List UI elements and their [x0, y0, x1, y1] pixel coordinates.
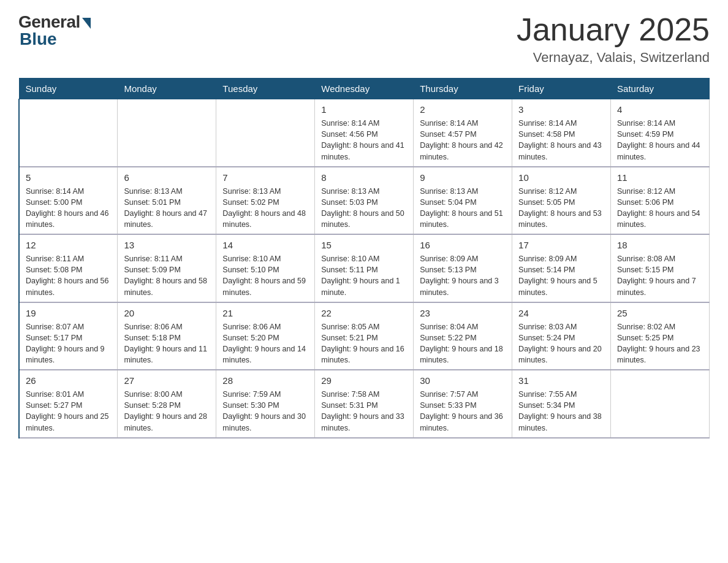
day-number: 8	[321, 171, 407, 184]
day-number: 20	[124, 307, 210, 320]
calendar-cell: 29Sunrise: 7:58 AM Sunset: 5:31 PM Dayli…	[315, 370, 414, 438]
calendar-cell: 9Sunrise: 8:13 AM Sunset: 5:04 PM Daylig…	[414, 167, 512, 235]
calendar-cell: 15Sunrise: 8:10 AM Sunset: 5:11 PM Dayli…	[315, 234, 414, 302]
day-info: Sunrise: 8:13 AM Sunset: 5:04 PM Dayligh…	[420, 186, 506, 231]
day-info: Sunrise: 8:10 AM Sunset: 5:11 PM Dayligh…	[321, 253, 407, 298]
day-info: Sunrise: 8:12 AM Sunset: 5:06 PM Dayligh…	[617, 186, 703, 231]
calendar-cell: 20Sunrise: 8:06 AM Sunset: 5:18 PM Dayli…	[118, 302, 216, 370]
day-info: Sunrise: 8:11 AM Sunset: 5:09 PM Dayligh…	[124, 253, 210, 298]
calendar-cell: 25Sunrise: 8:02 AM Sunset: 5:25 PM Dayli…	[611, 302, 710, 370]
calendar-cell: 11Sunrise: 8:12 AM Sunset: 5:06 PM Dayli…	[611, 167, 710, 235]
day-info: Sunrise: 8:09 AM Sunset: 5:14 PM Dayligh…	[518, 253, 604, 298]
day-info: Sunrise: 8:10 AM Sunset: 5:10 PM Dayligh…	[222, 253, 308, 298]
day-number: 14	[222, 239, 308, 251]
calendar-cell: 17Sunrise: 8:09 AM Sunset: 5:14 PM Dayli…	[512, 234, 611, 302]
main-title: January 2025	[517, 12, 710, 47]
day-number: 30	[420, 374, 506, 387]
day-info: Sunrise: 8:04 AM Sunset: 5:22 PM Dayligh…	[420, 321, 506, 366]
day-info: Sunrise: 7:58 AM Sunset: 5:31 PM Dayligh…	[321, 389, 407, 434]
day-info: Sunrise: 8:03 AM Sunset: 5:24 PM Dayligh…	[518, 321, 604, 366]
calendar-cell: 30Sunrise: 7:57 AM Sunset: 5:33 PM Dayli…	[414, 370, 512, 438]
day-info: Sunrise: 8:06 AM Sunset: 5:20 PM Dayligh…	[222, 321, 308, 366]
day-number: 23	[420, 307, 506, 320]
calendar-cell: 12Sunrise: 8:11 AM Sunset: 5:08 PM Dayli…	[19, 234, 118, 302]
calendar-cell: 10Sunrise: 8:12 AM Sunset: 5:05 PM Dayli…	[512, 167, 611, 235]
calendar-cell: 7Sunrise: 8:13 AM Sunset: 5:02 PM Daylig…	[216, 167, 315, 235]
day-info: Sunrise: 7:57 AM Sunset: 5:33 PM Dayligh…	[420, 389, 506, 434]
calendar-cell: 28Sunrise: 7:59 AM Sunset: 5:30 PM Dayli…	[216, 370, 315, 438]
day-info: Sunrise: 8:13 AM Sunset: 5:02 PM Dayligh…	[222, 186, 308, 231]
day-number: 2	[420, 103, 506, 116]
title-block: January 2025 Vernayaz, Valais, Switzerla…	[517, 12, 710, 66]
day-info: Sunrise: 8:01 AM Sunset: 5:27 PM Dayligh…	[26, 389, 111, 434]
day-number: 22	[321, 307, 407, 320]
day-of-week-header: Sunday	[19, 79, 118, 99]
day-number: 21	[222, 307, 308, 320]
calendar-cell: 1Sunrise: 8:14 AM Sunset: 4:56 PM Daylig…	[315, 99, 414, 167]
day-number: 11	[617, 171, 703, 184]
day-number: 31	[518, 374, 604, 387]
calendar-cell	[611, 370, 710, 438]
day-info: Sunrise: 8:02 AM Sunset: 5:25 PM Dayligh…	[617, 321, 703, 366]
day-of-week-header: Monday	[118, 79, 216, 99]
day-number: 4	[617, 103, 703, 116]
calendar-cell: 27Sunrise: 8:00 AM Sunset: 5:28 PM Dayli…	[118, 370, 216, 438]
day-of-week-header: Friday	[512, 79, 611, 99]
day-number: 17	[518, 239, 604, 251]
day-number: 13	[124, 239, 210, 251]
day-info: Sunrise: 8:14 AM Sunset: 5:00 PM Dayligh…	[26, 186, 111, 231]
day-info: Sunrise: 8:00 AM Sunset: 5:28 PM Dayligh…	[124, 389, 210, 434]
day-number: 29	[321, 374, 407, 387]
day-info: Sunrise: 8:12 AM Sunset: 5:05 PM Dayligh…	[518, 186, 604, 231]
calendar-cell: 19Sunrise: 8:07 AM Sunset: 5:17 PM Dayli…	[19, 302, 118, 370]
logo: General Blue	[18, 12, 91, 49]
calendar-cell	[216, 99, 315, 167]
calendar-cell: 2Sunrise: 8:14 AM Sunset: 4:57 PM Daylig…	[414, 99, 512, 167]
day-number: 28	[222, 374, 308, 387]
calendar-week-row: 1Sunrise: 8:14 AM Sunset: 4:56 PM Daylig…	[19, 99, 710, 167]
calendar-cell	[19, 99, 118, 167]
calendar-table: SundayMondayTuesdayWednesdayThursdayFrid…	[18, 78, 710, 439]
calendar-cell: 13Sunrise: 8:11 AM Sunset: 5:09 PM Dayli…	[118, 234, 216, 302]
day-number: 24	[518, 307, 604, 320]
day-number: 27	[124, 374, 210, 387]
day-of-week-header: Tuesday	[216, 79, 315, 99]
day-number: 15	[321, 239, 407, 251]
day-info: Sunrise: 8:08 AM Sunset: 5:15 PM Dayligh…	[617, 253, 703, 298]
day-number: 10	[518, 171, 604, 184]
day-number: 26	[26, 374, 111, 387]
calendar-cell: 23Sunrise: 8:04 AM Sunset: 5:22 PM Dayli…	[414, 302, 512, 370]
calendar-cell: 4Sunrise: 8:14 AM Sunset: 4:59 PM Daylig…	[611, 99, 710, 167]
calendar-cell: 31Sunrise: 7:55 AM Sunset: 5:34 PM Dayli…	[512, 370, 611, 438]
day-info: Sunrise: 8:13 AM Sunset: 5:01 PM Dayligh…	[124, 186, 210, 231]
calendar-week-row: 19Sunrise: 8:07 AM Sunset: 5:17 PM Dayli…	[19, 302, 710, 370]
day-info: Sunrise: 8:14 AM Sunset: 4:57 PM Dayligh…	[420, 118, 506, 163]
day-number: 1	[321, 103, 407, 116]
day-number: 7	[222, 171, 308, 184]
day-info: Sunrise: 8:14 AM Sunset: 4:59 PM Dayligh…	[617, 118, 703, 163]
calendar-cell: 26Sunrise: 8:01 AM Sunset: 5:27 PM Dayli…	[19, 370, 118, 438]
day-number: 18	[617, 239, 703, 251]
calendar-cell: 6Sunrise: 8:13 AM Sunset: 5:01 PM Daylig…	[118, 167, 216, 235]
calendar-week-row: 26Sunrise: 8:01 AM Sunset: 5:27 PM Dayli…	[19, 370, 710, 438]
day-info: Sunrise: 8:09 AM Sunset: 5:13 PM Dayligh…	[420, 253, 506, 298]
calendar-cell: 22Sunrise: 8:05 AM Sunset: 5:21 PM Dayli…	[315, 302, 414, 370]
day-info: Sunrise: 8:14 AM Sunset: 4:56 PM Dayligh…	[321, 118, 407, 163]
day-number: 5	[26, 171, 111, 184]
day-of-week-header: Thursday	[414, 79, 512, 99]
day-info: Sunrise: 8:06 AM Sunset: 5:18 PM Dayligh…	[124, 321, 210, 366]
calendar-cell: 14Sunrise: 8:10 AM Sunset: 5:10 PM Dayli…	[216, 234, 315, 302]
calendar-cell: 16Sunrise: 8:09 AM Sunset: 5:13 PM Dayli…	[414, 234, 512, 302]
calendar-cell: 3Sunrise: 8:14 AM Sunset: 4:58 PM Daylig…	[512, 99, 611, 167]
calendar-cell: 8Sunrise: 8:13 AM Sunset: 5:03 PM Daylig…	[315, 167, 414, 235]
day-number: 16	[420, 239, 506, 251]
logo-arrow-icon	[82, 18, 91, 29]
day-number: 19	[26, 307, 111, 320]
day-info: Sunrise: 8:07 AM Sunset: 5:17 PM Dayligh…	[26, 321, 111, 366]
calendar-cell: 5Sunrise: 8:14 AM Sunset: 5:00 PM Daylig…	[19, 167, 118, 235]
day-number: 25	[617, 307, 703, 320]
day-of-week-header: Wednesday	[315, 79, 414, 99]
day-info: Sunrise: 7:55 AM Sunset: 5:34 PM Dayligh…	[518, 389, 604, 434]
day-of-week-header: Saturday	[611, 79, 710, 99]
day-number: 9	[420, 171, 506, 184]
